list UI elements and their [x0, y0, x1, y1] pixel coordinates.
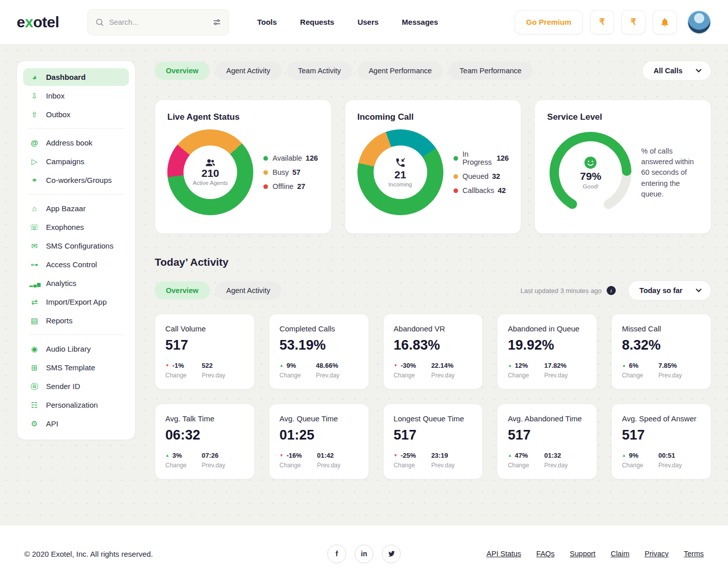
tab-team-performance[interactable]: Team Performance	[448, 62, 533, 80]
legend-value: 126	[496, 154, 509, 162]
sidebar-item-sms-template[interactable]: SMS Template	[23, 359, 129, 376]
tab-team-activity[interactable]: Team Activity	[287, 62, 352, 80]
sidebar-item-label: Personalization	[46, 401, 98, 409]
sidebar-item-outbox[interactable]: Outbox	[23, 106, 129, 123]
tab-agent-activity[interactable]: Agent Activity	[215, 62, 282, 80]
legend-value: 126	[306, 154, 318, 162]
sidebar-item-sms-config[interactable]: SMS Configurations	[23, 237, 129, 255]
twitter-icon	[387, 550, 395, 558]
stat-value: 517	[622, 427, 701, 443]
sidebar-item-personalization[interactable]: Personalization	[23, 396, 129, 414]
sidebar-item-reports[interactable]: Reports	[23, 312, 129, 329]
facebook-button[interactable]: f	[328, 545, 346, 563]
user-avatar[interactable]	[687, 10, 711, 34]
legend-in-progress: In Progress 126	[453, 150, 509, 166]
sidebar-item-sender-id[interactable]: Sender ID	[23, 377, 129, 395]
date-range-dropdown[interactable]: Today so far	[628, 280, 711, 301]
all-calls-dropdown[interactable]: All Calls	[642, 61, 711, 81]
tab-agent-performance[interactable]: Agent Performance	[357, 62, 443, 80]
incoming-call-card: Incoming Call 21 Incoming	[345, 100, 522, 234]
stat-change: 12%	[515, 362, 528, 369]
footer-link-support[interactable]: Support	[570, 550, 596, 558]
stat-value: 01:25	[280, 427, 358, 443]
footer-link-api-status[interactable]: API Status	[486, 550, 521, 558]
sidebar-divider	[28, 194, 124, 195]
stat-label: Abandoned in Queue	[508, 324, 586, 333]
stat-change: 3%	[172, 452, 182, 459]
exotel-logo[interactable]: exotel	[17, 14, 59, 31]
nav-link-requests[interactable]: Requests	[300, 18, 335, 26]
sidebar-item-campaigns[interactable]: Campaigns	[23, 153, 129, 170]
go-premium-button[interactable]: Go Premium	[515, 10, 583, 34]
bell-icon	[660, 17, 670, 27]
rupee-button[interactable]: ₹	[621, 10, 646, 34]
info-icon[interactable]: i	[607, 286, 616, 295]
twitter-button[interactable]	[382, 545, 401, 563]
stat-value: 517	[394, 427, 473, 443]
search-icon	[95, 18, 104, 27]
stat-card-completed-calls: Completed Calls 53.19% 9% Change 48.66% …	[269, 314, 369, 390]
footer-link-privacy[interactable]: Privacy	[645, 550, 669, 558]
activity-tab-overview[interactable]: Overview	[155, 281, 210, 300]
sidebar-item-co-workers[interactable]: Co-workers/Groups	[23, 171, 129, 189]
search-input[interactable]	[109, 18, 207, 26]
filter-icon[interactable]	[212, 18, 221, 27]
sidebar-item-audio-library[interactable]: Audio Library	[23, 340, 129, 358]
stat-value: 06:32	[165, 427, 244, 443]
sidebar-item-analytics[interactable]: Analytics	[23, 274, 129, 292]
campaigns-icon	[29, 158, 39, 165]
audio-library-icon	[29, 345, 39, 353]
stat-prev-value: 00:51	[658, 452, 681, 459]
access-control-icon	[29, 261, 39, 268]
inbox-icon	[29, 92, 39, 100]
linkedin-button[interactable]: in	[355, 545, 374, 563]
footer-link-terms[interactable]: Terms	[684, 550, 704, 558]
sidebar-item-address-book[interactable]: Address book	[23, 134, 129, 152]
footer-link-faqs[interactable]: FAQs	[536, 550, 555, 558]
rupee-button[interactable]: ₹	[590, 10, 614, 34]
stat-value: 19.92%	[508, 337, 586, 353]
notifications-button[interactable]	[653, 10, 677, 34]
change-arrow-icon	[622, 364, 626, 368]
stat-label: Avg. Queue Time	[280, 414, 358, 423]
top-navbar: exotel Tools Requests Users Messages Go …	[0, 0, 728, 44]
stat-card-abandoned-vr: Abandoned VR 16.83% -30% Change 22.14% P…	[383, 314, 483, 390]
change-arrow-icon	[508, 454, 512, 458]
legend-offline: Offline 27	[263, 182, 318, 190]
nav-link-tools[interactable]: Tools	[257, 18, 277, 26]
sidebar-divider	[28, 128, 124, 129]
live-agent-status-card: Live Agent Status 210 Active Agents	[155, 100, 332, 234]
footer-link-claim[interactable]: Claim	[611, 550, 629, 558]
sidebar-item-app-bazaar[interactable]: App Bazaar	[23, 200, 129, 217]
sidebar-item-exophones[interactable]: Exophones	[23, 218, 129, 236]
co-workers-icon	[29, 176, 39, 184]
sidebar-item-dashboard[interactable]: Dashboard	[23, 68, 129, 86]
prev-caption: Prev.day	[544, 462, 567, 469]
prev-caption: Prev.day	[658, 372, 681, 379]
sidebar-item-import-export[interactable]: Import/Export App	[23, 293, 129, 311]
tab-overview[interactable]: Overview	[155, 62, 210, 80]
change-arrow-icon	[165, 454, 169, 458]
stat-prev-value: 01:42	[317, 452, 340, 459]
sidebar-item-label: Outbox	[46, 110, 70, 119]
sidebar-item-inbox[interactable]: Inbox	[23, 87, 129, 105]
sms-template-icon	[29, 364, 39, 371]
legend-value: 57	[292, 168, 300, 176]
smiley-icon	[584, 156, 597, 169]
legend-value: 42	[498, 186, 506, 195]
incoming-call-legend: In Progress 126 Queued 32	[453, 144, 509, 201]
prev-caption: Prev.day	[202, 372, 225, 379]
stat-prev-value: 48.66%	[316, 362, 339, 369]
search-box[interactable]	[87, 9, 229, 35]
nav-link-messages[interactable]: Messages	[402, 18, 438, 26]
stat-card-call-volume: Call Volume 517 -1% Change 522 Prev.day	[155, 314, 255, 390]
sidebar-item-access-control[interactable]: Access Control	[23, 256, 129, 273]
stat-value: 517	[508, 427, 586, 443]
footer-links: API Status FAQs Support Claim Privacy Te…	[486, 550, 704, 558]
primary-nav: Tools Requests Users Messages	[257, 18, 438, 26]
nav-link-users[interactable]: Users	[357, 18, 379, 26]
prev-caption: Prev.day	[544, 372, 567, 379]
activity-tab-agent-activity[interactable]: Agent Activity	[215, 281, 282, 300]
sidebar-item-label: Audio Library	[46, 345, 90, 353]
sidebar-item-api[interactable]: API	[23, 415, 129, 432]
